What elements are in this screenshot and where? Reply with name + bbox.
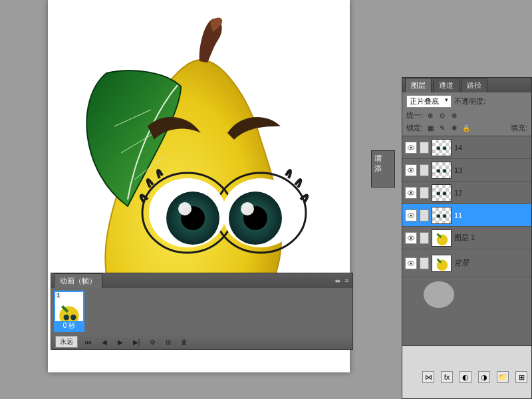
layer-thumbnail[interactable] [432,139,452,156]
next-frame-button[interactable]: ▶| [131,337,142,346]
layer-row[interactable]: 背景 [402,249,531,277]
layer-name[interactable]: 图层 1 [454,233,475,243]
visibility-toggle[interactable] [405,232,417,244]
fill-label: 填充: [511,123,527,133]
layer-name[interactable]: 11 [454,211,462,219]
layer-thumbnail[interactable] [432,255,452,272]
svg-point-30 [410,237,412,239]
unify-visibility-icon[interactable]: ⊙ [438,111,447,120]
link-layers-button[interactable]: ⋈ [422,371,434,383]
visibility-toggle[interactable] [405,164,417,176]
animation-panel-header[interactable]: 动画（帧） ◂▸ ≡ [51,273,352,288]
animation-tab[interactable]: 动画（帧） [54,273,102,288]
link-slot[interactable] [420,209,429,221]
layer-row[interactable]: 13 [402,159,531,182]
delete-frame-button[interactable]: 🗑 [179,337,190,346]
layer-thumbnail[interactable] [432,162,452,179]
mini-panel-line1: 谓 [374,154,392,164]
tab-layers[interactable]: 图层 [405,78,432,92]
new-layer-button[interactable]: ⊞ [515,371,527,383]
layers-panel: 图层 通道 路径 正片叠底 不透明度: 统一: ⊕ ⊙ ⊗ 锁定: ▦ ✎ ✥ … [402,77,532,399]
link-slot[interactable] [420,187,429,199]
layer-style-button[interactable]: fx [441,371,453,383]
empty-area-shape [424,281,454,308]
layer-name[interactable]: 12 [454,189,462,197]
play-button[interactable]: ▶ [115,337,126,346]
lock-all-icon[interactable]: 🔒 [462,124,471,133]
tween-button[interactable]: ⚙ [147,337,158,346]
layer-thumbnail[interactable] [432,207,452,224]
opacity-label: 不透明度: [454,96,485,106]
link-slot[interactable] [420,232,429,244]
panel-menu-icon[interactable]: ≡ [345,277,348,284]
animation-panel: 动画（帧） ◂▸ ≡ 1 0 秒 永远 ⏮ ◀ ▶ ▶| ⚙ ⊞ 🗑 [51,273,353,350]
svg-point-15 [437,146,441,150]
svg-point-18 [410,169,412,171]
svg-point-20 [443,169,447,173]
link-slot[interactable] [420,257,429,269]
layer-row[interactable]: 12 [402,182,531,204]
unify-position-icon[interactable]: ⊕ [426,111,435,120]
animation-frame[interactable]: 1 0 秒 [54,291,84,332]
panel-collapse-icon[interactable]: ◂▸ [334,277,341,284]
layer-name[interactable]: 背景 [454,258,469,268]
layer-name[interactable]: 14 [454,144,462,152]
layer-list[interactable]: 14 13 12 11 图层 1 [402,136,531,345]
svg-point-23 [437,192,441,196]
visibility-toggle[interactable] [405,257,417,269]
layers-panel-footer: ⋈ fx ◐ ◑ 📁 ⊞ [402,345,531,398]
tab-channels[interactable]: 通道 [433,78,460,92]
svg-point-28 [443,214,447,218]
unify-label: 统一: [406,110,423,120]
link-slot[interactable] [420,164,429,176]
first-frame-button[interactable]: ⏮ [83,337,94,346]
lock-transparency-icon[interactable]: ▦ [426,124,435,133]
adjustment-layer-button[interactable]: ◑ [478,371,490,383]
lock-pixels-icon[interactable]: ✎ [438,124,447,133]
link-slot[interactable] [420,142,429,154]
layer-row[interactable]: 14 [402,136,531,159]
layers-options: 正片叠底 不透明度: 统一: ⊕ ⊙ ⊗ 锁定: ▦ ✎ ✥ 🔒 填充: [402,92,531,136]
svg-point-22 [410,192,412,194]
svg-point-8 [178,202,192,215]
visibility-toggle[interactable] [405,142,417,154]
animation-frames-area[interactable]: 1 0 秒 [51,288,352,334]
tab-paths[interactable]: 路径 [461,78,487,92]
prev-frame-button[interactable]: ◀ [99,337,110,346]
loop-select[interactable]: 永远 [55,336,78,348]
animation-toolbar: 永远 ⏮ ◀ ▶ ▶| ⚙ ⊞ 🗑 [51,334,352,349]
svg-point-33 [410,262,412,264]
svg-point-19 [437,169,441,173]
layers-panel-tabs: 图层 通道 路径 [402,78,531,92]
svg-point-14 [410,146,412,148]
frame-number: 1 [55,292,61,299]
layer-name[interactable]: 13 [454,166,462,174]
visibility-toggle[interactable] [405,187,417,199]
layer-mask-button[interactable]: ◐ [460,371,471,383]
svg-point-11 [64,315,69,320]
blend-mode-select[interactable]: 正片叠底 [406,95,452,108]
svg-point-12 [70,315,76,320]
lock-position-icon[interactable]: ✥ [450,124,459,133]
svg-point-9 [241,202,254,215]
svg-point-24 [443,192,447,196]
layer-thumbnail[interactable] [432,229,452,247]
layer-row[interactable]: 11 [402,204,531,227]
svg-point-16 [443,146,447,150]
mini-panel[interactable]: 谓 添 [371,150,395,188]
svg-point-27 [437,214,441,218]
lock-label: 锁定: [406,123,423,133]
visibility-toggle[interactable] [405,209,417,221]
frame-delay[interactable]: 0 秒 [55,321,83,331]
new-frame-button[interactable]: ⊞ [163,337,174,346]
mini-panel-line2: 添 [374,164,392,174]
unify-style-icon[interactable]: ⊗ [450,111,459,120]
layer-thumbnail[interactable] [432,184,452,201]
layer-row[interactable]: 图层 1 [402,227,531,249]
group-button[interactable]: 📁 [497,371,509,383]
svg-point-26 [410,214,412,216]
